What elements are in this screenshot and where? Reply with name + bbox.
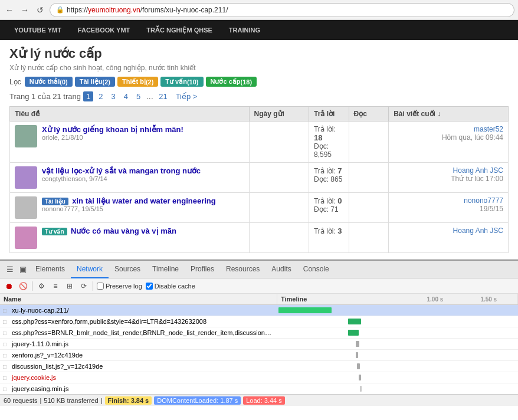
disable-cache-label[interactable]: Disable cache: [146, 283, 195, 290]
site-navigation: YOUTUBE YMT FACEBOOK YMT TRẮC NGHIỆM QHS…: [0, 20, 518, 40]
status-bar: 60 requests | 510 KB transferred | Finis…: [0, 394, 518, 406]
clear-button[interactable]: 🚫: [18, 281, 28, 291]
filter-nuocthai[interactable]: Nước thải (0): [25, 77, 73, 87]
network-row[interactable]: □ discussion_list.js?_v=12c419de: [0, 361, 518, 372]
post-stats: Trả lời: 7 Đọc: 865: [309, 163, 349, 193]
post-title-cell: Tài liệu xin tài liệu water and water en…: [10, 193, 250, 223]
capture-button[interactable]: ⟳: [78, 281, 89, 291]
request-timeline: [277, 350, 518, 360]
tab-resources[interactable]: Resources: [220, 261, 265, 278]
post-last: nonono7777 19/5/15: [389, 193, 509, 223]
post-title[interactable]: Xử lý nước giếng khoan bị nhiễm mãn!: [42, 125, 183, 134]
page-5[interactable]: 5: [133, 91, 143, 101]
devtools-tabs: ☰ ▣ Elements Network Sources Timeline Pr…: [0, 261, 518, 278]
url-domain: yeumoitruong.vn: [88, 6, 140, 14]
page-2[interactable]: 2: [96, 91, 106, 101]
preserve-log-label[interactable]: Preserve log: [97, 283, 142, 290]
row-checkbox: □: [0, 341, 9, 347]
network-row[interactable]: □ xu-ly-nuoc-cap.211/: [0, 305, 518, 316]
page-1[interactable]: 1: [83, 91, 93, 101]
load-time: Load: 3.44 s: [243, 396, 285, 405]
tab-elements[interactable]: Elements: [29, 261, 71, 278]
post-title-cell: Tư vấn Nước có màu vàng và vị mãn: [10, 223, 250, 253]
table-row: vật liệu lọc-xử lý sắt và mangan trong n…: [10, 163, 509, 193]
filter-thietbi[interactable]: Thiết bị (2): [117, 77, 158, 87]
devtools-toolbar: ⏺ 🚫 ⚙ ≡ ⊞ ⟳ Preserve log Disable cache: [0, 278, 518, 294]
post-last: Hoang Anh JSC Thứ tư lúc 17:00: [389, 163, 509, 193]
page-last[interactable]: 21: [156, 91, 170, 101]
post-title-cell: vật liệu lọc-xử lý sắt và mangan trong n…: [10, 163, 250, 193]
preserve-log-checkbox[interactable]: [97, 283, 104, 290]
avatar: [15, 227, 37, 249]
pagination: Trang 1 của 21 trang 1 2 3 4 5 … 21 Tiếp…: [9, 91, 509, 101]
row-checkbox: □: [0, 352, 9, 359]
post-reads: [349, 193, 389, 223]
request-name: discussion_list.js?_v=12c419de: [9, 362, 277, 370]
post-meta: nonono7777, 19/5/15: [42, 205, 216, 212]
tab-audits[interactable]: Audits: [265, 261, 297, 278]
disable-cache-text: Disable cache: [155, 283, 195, 290]
nav-tracnghiem[interactable]: TRẮC NGHIỆM QHSE: [138, 20, 221, 40]
network-row[interactable]: □ jquery.cookie.js: [0, 372, 518, 383]
filter-bar: Lọc Nước thải (0) Tài liệu (2) Thiết bị …: [9, 77, 509, 87]
tab-console[interactable]: Console: [297, 261, 335, 278]
avatar: [15, 125, 37, 147]
disable-cache-checkbox[interactable]: [146, 283, 153, 290]
post-date: [249, 193, 309, 223]
filter-button[interactable]: ⚙: [36, 281, 47, 291]
post-date: [249, 223, 309, 253]
tab-network[interactable]: Network: [71, 261, 109, 278]
tab-sources[interactable]: Sources: [109, 261, 146, 278]
view-button[interactable]: ≡: [50, 281, 61, 291]
request-timeline: [277, 305, 518, 316]
request-timeline: [277, 361, 518, 372]
nav-training[interactable]: TRAINING: [221, 20, 268, 40]
nav-youtube[interactable]: YOUTUBE YMT: [6, 20, 70, 40]
col-header-tieude: Tiêu đề: [10, 107, 250, 122]
request-name: jquery.cookie.js: [9, 373, 277, 382]
filter-label: Lọc: [9, 78, 21, 86]
network-row[interactable]: □ jquery.easing.min.js: [0, 383, 518, 394]
post-stats: Trả lời: 3: [309, 223, 349, 253]
browser-toolbar: ← → ↺ 🔒 https://yeumoitruong.vn/forums/x…: [0, 0, 518, 20]
filter-tailieu[interactable]: Tài liệu (2): [75, 77, 115, 87]
tab-timeline[interactable]: Timeline: [146, 261, 185, 278]
address-bar[interactable]: 🔒 https://yeumoitruong.vn/forums/xu-ly-n…: [50, 3, 514, 17]
page-4[interactable]: 4: [121, 91, 131, 101]
network-row[interactable]: □ xenforo.js?_v=12c419de: [0, 350, 518, 361]
back-button[interactable]: ←: [4, 4, 15, 16]
avatar: [15, 166, 37, 189]
post-tag-tuvan: Tư vấn: [42, 228, 67, 235]
post-title[interactable]: xin tài liệu water and water engineering: [72, 196, 216, 205]
post-title[interactable]: Nước có màu vàng và vị mãn: [71, 227, 176, 235]
devtools-inspect-btn[interactable]: ☰: [4, 263, 17, 276]
devtools-mobile-btn[interactable]: ▣: [17, 263, 29, 276]
tab-profiles[interactable]: Profiles: [185, 261, 220, 278]
table-row: Tư vấn Nước có màu vàng và vị mãn Trả lờ…: [10, 223, 509, 253]
nav-facebook[interactable]: FACEBOOK YMT: [70, 20, 138, 40]
page-title: Xử lý nước cấp: [9, 46, 509, 61]
network-row[interactable]: □ css.php?css=xenforo,form,public&style=…: [0, 316, 518, 327]
request-name: xenforo.js?_v=12c419de: [9, 351, 277, 359]
post-last: Hoang Anh JSC: [389, 223, 509, 253]
request-name: css.php?css=xenforo,form,public&style=4&…: [9, 317, 277, 326]
devtools-panel: ☰ ▣ Elements Network Sources Timeline Pr…: [0, 260, 518, 406]
network-row[interactable]: □ css.php?css=BRNLR_bmlr_node_list_rende…: [0, 327, 518, 339]
request-timeline: [277, 316, 518, 327]
page-3[interactable]: 3: [108, 91, 118, 101]
network-row[interactable]: □ jquery-1.11.0.min.js: [0, 339, 518, 350]
reload-button[interactable]: ↺: [34, 4, 46, 16]
post-date: [249, 163, 309, 193]
filter-tuvan[interactable]: Tư vấn (10): [160, 77, 203, 87]
post-reads: [349, 163, 389, 193]
post-title[interactable]: vật liệu lọc-xử lý sắt và mangan trong n…: [42, 166, 201, 175]
post-stats: Trả lời: 0 Đọc: 71: [309, 193, 349, 223]
lock-icon: 🔒: [56, 6, 64, 14]
sort-button[interactable]: ⊞: [64, 281, 75, 291]
filter-nuoccap[interactable]: Nước cấp (18): [206, 77, 257, 87]
col-timeline-header: Timeline 1.00 s 1.50 s: [277, 294, 518, 304]
forward-button[interactable]: →: [19, 4, 31, 16]
page-next[interactable]: Tiếp >: [173, 91, 201, 101]
row-checkbox: □: [0, 307, 9, 314]
record-button[interactable]: ⏺: [4, 281, 14, 291]
